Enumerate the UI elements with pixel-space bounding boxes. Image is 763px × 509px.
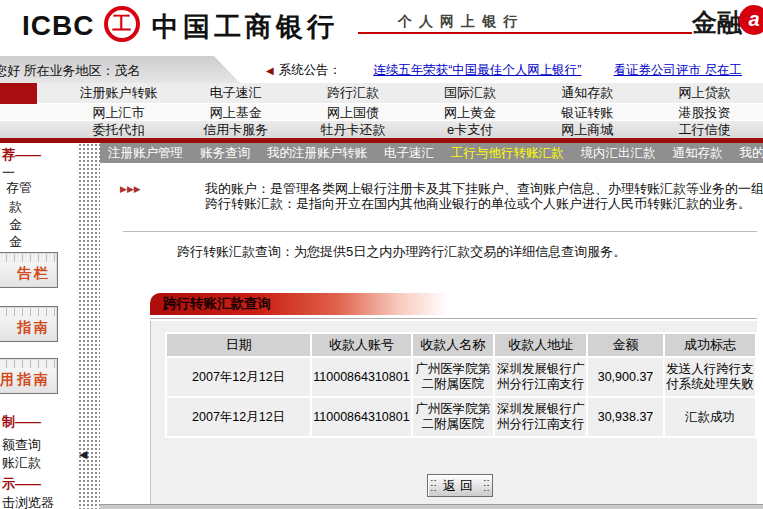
cell-amount: 30,938.37 bbox=[588, 398, 663, 436]
sidebar-user-guide-button[interactable]: 用指南 bbox=[0, 358, 58, 394]
menu-item-treasury-bonds[interactable]: 网上国债 bbox=[294, 104, 411, 120]
menu-item-forex[interactable]: 网上汇市 bbox=[60, 104, 177, 120]
table-row: 2007年12月12日 11000864310801 广州医学院第二附属医院 深… bbox=[167, 398, 755, 436]
menu-item-hk-stocks[interactable]: 港股投资 bbox=[646, 104, 763, 120]
menu-red-block bbox=[0, 83, 37, 104]
table-row: 2007年12月12日 11000864310801 广州医学院第二附属医院 深… bbox=[167, 358, 755, 396]
speaker-icon: ◀ bbox=[266, 65, 274, 76]
interbank-remit-table: 日期 收款人账号 收款人名称 收款人地址 金额 成功标志 2007年12月12日… bbox=[165, 332, 757, 438]
product-menu: 注册账户转账 电子速汇 跨行汇款 国际汇款 通知存款 网上贷款 网上汇市 网上基… bbox=[0, 83, 763, 138]
cell-payee-name: 广州医学院第二附属医院 bbox=[413, 398, 493, 436]
panel-title-banner: 跨行转账汇款查询 bbox=[150, 293, 460, 315]
back-button[interactable]: 返回 bbox=[427, 474, 493, 497]
subnav-item-notice-deposit[interactable]: 通知存款 bbox=[673, 145, 723, 162]
subnav: 注册账户管理 账务查询 我的注册账户转账 电子速汇 工行与他行转账汇款 境内汇出… bbox=[100, 143, 763, 163]
subnav-item-interbank-transfer-active[interactable]: 工行与他行转账汇款 bbox=[451, 145, 564, 162]
top-strip: 您好 所在业务地区：茂名 ◀系统公告：连续五年荣获“中国最佳个人网上银行”看证券… bbox=[0, 56, 763, 83]
back-button-label: 返回 bbox=[439, 477, 481, 495]
menu-item-notice-deposit[interactable]: 通知存款 bbox=[529, 83, 646, 103]
menu-item-online-loan[interactable]: 网上贷款 bbox=[646, 83, 763, 103]
cell-date: 2007年12月12日 bbox=[167, 398, 310, 436]
menu-row-3: 委托代扣 信用卡服务 牡丹卡还款 e卡支付 网上商城 工行信使 bbox=[0, 121, 763, 138]
menu-item-funds[interactable]: 网上基金 bbox=[177, 104, 294, 120]
sidebar-item-balance-query[interactable]: 额查询 bbox=[2, 436, 41, 454]
menu-item-register-transfer[interactable]: 注册账户转账 bbox=[60, 83, 177, 103]
sidebar-item-browser-tip: 击浏览器 bbox=[2, 494, 54, 509]
bottom-strip bbox=[100, 504, 763, 509]
cell-status: 发送人行跨行支付系统处理失败 bbox=[665, 358, 755, 396]
menu-item-icbc-messenger[interactable]: 工行信使 bbox=[646, 121, 763, 138]
subnav-item-outward-remit[interactable]: 境内汇出汇款 bbox=[581, 145, 656, 162]
announcement-bar: ◀系统公告：连续五年荣获“中国最佳个人网上银行”看证券公司评市 尽在工 bbox=[266, 62, 763, 80]
col-header-amount: 金额 bbox=[588, 334, 663, 356]
header-red-rule bbox=[358, 32, 692, 34]
cell-payee-name: 广州医学院第二附属医院 bbox=[413, 358, 493, 396]
menu-item-gold[interactable]: 网上黄金 bbox=[412, 104, 529, 120]
sidebar-item-custody[interactable]: 存管 bbox=[6, 179, 32, 197]
cell-payee-account: 11000864310801 bbox=[312, 358, 410, 396]
cell-amount: 30,900.37 bbox=[588, 358, 663, 396]
sidebar-item-transfer-remit[interactable]: 账汇款 bbox=[2, 454, 41, 472]
bank-name: 中国工商银行 bbox=[152, 9, 338, 45]
menu-item-e-pay[interactable]: e卡支付 bbox=[412, 121, 529, 138]
cell-date: 2007年12月12日 bbox=[167, 358, 310, 396]
intro-line-2: 跨行转账汇款：是指向开立在国内其他商业银行的单位或个人账户进行人民币转账汇款的业… bbox=[205, 196, 763, 211]
announcement-label: 系统公告： bbox=[279, 63, 342, 77]
menu-item-e-remit[interactable]: 电子速汇 bbox=[177, 83, 294, 103]
sidebar-heading-recommend: 荐—— bbox=[2, 146, 41, 164]
table-header-row: 日期 收款人账号 收款人名称 收款人地址 金额 成功标志 bbox=[167, 334, 755, 356]
menu-row-2: 网上汇市 网上基金 网上国债 网上黄金 银证转账 港股投资 bbox=[0, 104, 763, 121]
sidebar-guide-button[interactable]: 指南 bbox=[0, 306, 58, 342]
sidebar-heading-customize: 制—— bbox=[2, 413, 41, 431]
panel-top-line bbox=[150, 318, 757, 319]
divider-line bbox=[123, 231, 757, 232]
icbc-personal-banking-page: ICBC 工 中国工商银行 个人网上银行 金融 a 您好 所在业务地区：茂名 ◀… bbox=[0, 0, 763, 509]
collapse-arrow-icon[interactable]: ◀ bbox=[79, 448, 87, 461]
subnav-item-account-query[interactable]: 账务查询 bbox=[200, 145, 250, 162]
sidebar-bulletin-button[interactable]: 告栏 bbox=[0, 252, 58, 288]
menu-item-online-mall[interactable]: 网上商城 bbox=[529, 121, 646, 138]
sidebar-item-gold[interactable]: 金 bbox=[9, 233, 22, 251]
col-header-date: 日期 bbox=[167, 334, 310, 356]
subnav-item-e-remit[interactable]: 电子速汇 bbox=[384, 145, 434, 162]
cell-payee-address: 深圳发展银行广州分行江南支行 bbox=[495, 398, 586, 436]
cell-payee-address: 深圳发展银行广州分行江南支行 bbox=[495, 358, 586, 396]
page-title: 个人网上银行 bbox=[398, 13, 524, 31]
icbc-logo-icon: 工 bbox=[104, 6, 140, 42]
sidebar-item-fund[interactable]: 金 bbox=[9, 216, 22, 234]
finance-home-logo: 金融 bbox=[692, 6, 742, 39]
col-header-status: 成功标志 bbox=[665, 334, 755, 356]
intro-line-1: 我的账户：是管理各类网上银行注册卡及其下挂账户、查询账户信息、办理转账汇款等业务… bbox=[205, 181, 763, 196]
menu-item-peony-repay[interactable]: 牡丹卡还款 bbox=[294, 121, 411, 138]
menu-item-intl-remit[interactable]: 国际汇款 bbox=[412, 83, 529, 103]
menu-item-entrusted-debit[interactable]: 委托代扣 bbox=[60, 121, 177, 138]
menu-item-interbank-remit[interactable]: 跨行汇款 bbox=[294, 83, 411, 103]
announcement-link-securities[interactable]: 看证券公司评市 尽在工 bbox=[614, 63, 742, 77]
icbc-brand-text: ICBC bbox=[22, 10, 94, 42]
query-service-description: 跨行转账汇款查询：为您提供5日之内办理跨行汇款交易的详细信息查询服务。 bbox=[177, 243, 626, 261]
finance-at-icon: a bbox=[739, 5, 763, 35]
menu-item-credit-card[interactable]: 信用卡服务 bbox=[177, 121, 294, 138]
sidebar-item-deposit[interactable]: 款 bbox=[9, 198, 22, 216]
col-header-payee-name: 收款人名称 bbox=[413, 334, 493, 356]
greeting-text: 您好 所在业务地区：茂名 bbox=[0, 62, 141, 80]
breadcrumb-arrows-icon: ▶▶▶ bbox=[120, 184, 141, 194]
button-dots-left bbox=[430, 478, 437, 493]
menu-item-bank-securities[interactable]: 银证转账 bbox=[529, 104, 646, 120]
header: ICBC 工 中国工商银行 个人网上银行 金融 a bbox=[0, 0, 763, 56]
subnav-item-my-transfer[interactable]: 我的注册账户转账 bbox=[267, 145, 367, 162]
button-dots-right bbox=[483, 478, 490, 493]
cell-status: 汇款成功 bbox=[665, 398, 755, 436]
cell-payee-account: 11000864310801 bbox=[312, 398, 410, 436]
col-header-payee-address: 收款人地址 bbox=[495, 334, 586, 356]
intro-text: 我的账户：是管理各类网上银行注册卡及其下挂账户、查询账户信息、办理转账汇款等业务… bbox=[205, 181, 763, 211]
menu-row-1: 注册账户转账 电子速汇 跨行汇款 国际汇款 通知存款 网上贷款 bbox=[0, 83, 763, 104]
main-frame: ▶▶▶ 我的账户：是管理各类网上银行注册卡及其下挂账户、查询账户信息、办理转账汇… bbox=[100, 163, 763, 509]
sidebar-heading-tips: 示—— bbox=[2, 475, 41, 493]
subnav-item-account-mgmt[interactable]: 注册账户管理 bbox=[108, 145, 183, 162]
col-header-payee-account: 收款人账号 bbox=[312, 334, 410, 356]
announcement-link-best-bank[interactable]: 连续五年荣获“中国最佳个人网上银行” bbox=[373, 63, 581, 77]
subnav-item-my-clipped[interactable]: 我的 bbox=[740, 145, 763, 162]
sidebar: 荐—— 一 存管 款 金 金 告栏 指南 用指南 制—— 额查询 账汇款 示——… bbox=[0, 143, 78, 509]
